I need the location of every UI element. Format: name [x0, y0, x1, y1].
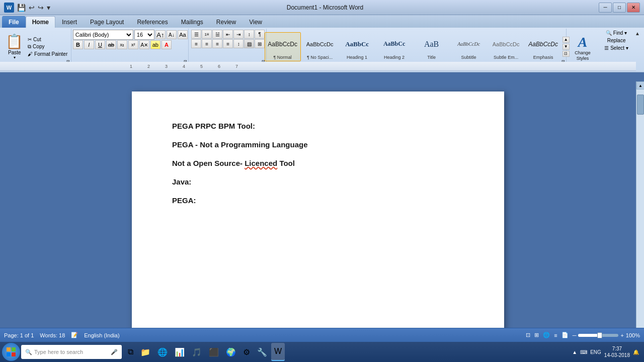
borders-btn[interactable]: ⊞	[255, 39, 265, 48]
sort-btn[interactable]: ↕	[244, 30, 254, 39]
doc-page[interactable]: PEGA PRPC BPM Tool: PEGA - Not a Program…	[132, 92, 504, 343]
showhide-btn[interactable]: ¶	[255, 30, 265, 39]
scroll-up-btn[interactable]: ▲	[636, 81, 644, 89]
customize-btn[interactable]: ▾	[46, 4, 51, 12]
show-hidden-btn[interactable]: ▲	[572, 349, 577, 355]
select-button[interactable]: ☰ Select ▾	[602, 45, 630, 51]
view-outline-btn[interactable]: ≡	[554, 332, 557, 338]
tab-review[interactable]: Review	[210, 16, 243, 28]
underline-btn[interactable]: U	[95, 40, 105, 49]
media-btn[interactable]: 🎵	[189, 343, 205, 361]
chrome-btn[interactable]: 🌐	[154, 343, 171, 361]
style-subtle[interactable]: AaBbCcDc Subtle Em...	[488, 32, 524, 61]
align-left-btn[interactable]: ≡	[191, 39, 201, 48]
align-right-btn[interactable]: ≡	[212, 39, 222, 48]
scroll-thumb[interactable]	[637, 95, 644, 115]
style-h1[interactable]: AaBbCc Heading 1	[339, 32, 375, 61]
maximize-btn[interactable]: □	[613, 3, 626, 13]
view-web-btn[interactable]: 🌐	[543, 332, 550, 338]
styles-more-btn[interactable]: ⊡	[562, 51, 570, 57]
word-taskbar-btn[interactable]: W	[271, 343, 285, 361]
windows-logo	[7, 347, 16, 356]
para-row2: ≡ ≡ ≡ ≡ ↕ ▨ ⊞	[191, 39, 265, 48]
font-color-btn[interactable]: A	[162, 40, 172, 49]
center-btn[interactable]: ≡	[202, 39, 212, 48]
close-btn[interactable]: ✕	[627, 3, 640, 13]
zoom-slider[interactable]	[578, 334, 618, 337]
scroll-track[interactable]	[636, 89, 644, 335]
tab-file[interactable]: File	[2, 16, 26, 28]
style-nospace[interactable]: AaBbCcDc ¶ No Spaci...	[302, 32, 338, 61]
style-subtitle[interactable]: AaBbCcDc Subtitle	[451, 32, 487, 61]
shading-btn[interactable]: ▨	[244, 39, 254, 48]
browser-btn[interactable]: 🌍	[223, 343, 239, 361]
notification-btn[interactable]: 🔔	[633, 349, 639, 355]
save-btn[interactable]: 💾	[16, 4, 27, 12]
doc-line-1: PEGA PRPC BPM Tool:	[172, 122, 464, 130]
task-view-btn[interactable]: ⧉	[125, 343, 136, 361]
highlight-btn[interactable]: ab	[150, 40, 160, 49]
font-family-select[interactable]: Calibri (Body)	[73, 30, 133, 40]
bold-btn[interactable]: B	[73, 40, 83, 49]
taskbar-search[interactable]: 🔍 Type here to search 🎤	[21, 345, 122, 359]
paste-button[interactable]: 📋 Paste ▾	[4, 32, 25, 61]
vertical-scrollbar[interactable]: ▲ ▼	[636, 81, 644, 343]
style-title[interactable]: AaB Title	[414, 32, 450, 61]
tab-home[interactable]: Home	[26, 16, 55, 28]
keyboard-btn[interactable]: ⌨	[580, 349, 587, 355]
zoom-bar: ─ + 100%	[573, 332, 640, 338]
paste-dropdown[interactable]: ▾	[14, 55, 16, 60]
find-button[interactable]: 🔍 Find ▾	[604, 30, 629, 36]
bullets-btn[interactable]: ☰	[191, 30, 201, 39]
view-full-btn[interactable]: ⊞	[534, 332, 539, 338]
grow-font-btn[interactable]: A↑	[155, 30, 166, 39]
multilevel-btn[interactable]: ☱	[212, 30, 222, 39]
styles-up-btn[interactable]: ▲	[562, 37, 570, 43]
shrink-font-btn[interactable]: A↓	[167, 30, 177, 39]
game-btn[interactable]: ⚙	[240, 343, 253, 361]
line3-underlined: Licenced	[245, 159, 277, 167]
redo-btn[interactable]: ↪	[37, 4, 45, 12]
numbering-btn[interactable]: 1≡	[202, 30, 212, 39]
decrease-indent-btn[interactable]: ⇤	[223, 30, 233, 39]
strikethrough-btn[interactable]: ab	[106, 40, 116, 49]
tab-insert[interactable]: Insert	[55, 16, 84, 28]
tab-mailings[interactable]: Mailings	[175, 16, 210, 28]
tab-references[interactable]: References	[130, 16, 174, 28]
styles-down-btn[interactable]: ▼	[562, 44, 570, 50]
style-emphasis[interactable]: AaBbCcDc Emphasis	[525, 32, 561, 61]
ribbon-expand-btn[interactable]: ▲	[635, 29, 642, 71]
subscript-btn[interactable]: x₂	[117, 40, 127, 49]
zoom-in-btn[interactable]: +	[620, 332, 623, 338]
zoom-thumb[interactable]	[597, 332, 602, 338]
superscript-btn[interactable]: x²	[128, 40, 138, 49]
svg-rect-0	[7, 347, 11, 351]
clear-format-btn[interactable]: A✕	[139, 40, 149, 49]
undo-btn[interactable]: ↩	[28, 4, 36, 12]
replace-button[interactable]: Replace	[605, 37, 628, 44]
utility-btn[interactable]: 🔧	[254, 343, 270, 361]
format-painter-button[interactable]: 🖌 Format Painter	[26, 51, 69, 57]
font-size-select[interactable]: 16	[134, 30, 154, 40]
style-normal-preview: AaBbCcDc	[266, 34, 299, 55]
view-normal-btn[interactable]: ⊡	[526, 332, 530, 338]
terminal-btn[interactable]: ⬛	[206, 343, 222, 361]
minimize-btn[interactable]: ─	[599, 3, 612, 13]
justify-btn[interactable]: ≡	[223, 39, 233, 48]
ribbon-tabs: File Home Insert Page Layout References …	[0, 15, 644, 28]
line-spacing-btn[interactable]: ↕	[233, 39, 244, 48]
file-explorer-btn[interactable]: 📁	[137, 343, 153, 361]
tab-view[interactable]: View	[243, 16, 269, 28]
start-button[interactable]	[2, 343, 20, 361]
copy-button[interactable]: ⧉ Copy	[26, 43, 69, 50]
cut-button[interactable]: ✂ Cut	[26, 36, 69, 43]
increase-indent-btn[interactable]: ⇥	[233, 30, 244, 39]
style-h2[interactable]: AaBbCc Heading 2	[376, 32, 413, 61]
view-draft-btn[interactable]: 📄	[561, 332, 569, 338]
apps-btn[interactable]: 📊	[172, 343, 188, 361]
zoom-out-btn[interactable]: ─	[573, 332, 577, 338]
tab-pagelayout[interactable]: Page Layout	[84, 16, 130, 28]
change-case-btn[interactable]: Aa	[178, 30, 188, 39]
style-normal[interactable]: AaBbCcDc ¶ Normal	[265, 32, 301, 61]
italic-btn[interactable]: I	[84, 40, 94, 49]
